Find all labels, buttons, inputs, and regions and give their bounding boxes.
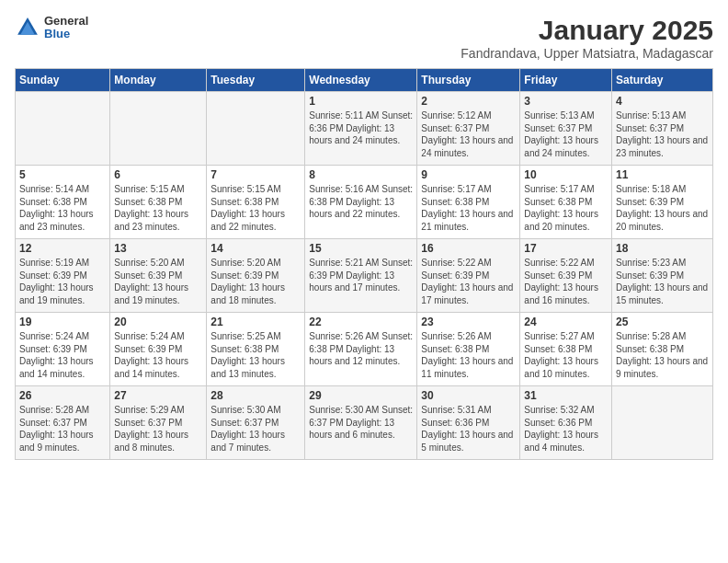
day-info: Sunrise: 5:18 AM Sunset: 6:39 PM Dayligh… (616, 183, 709, 233)
day-number: 30 (421, 389, 516, 402)
calendar-cell: 20Sunrise: 5:24 AM Sunset: 6:39 PM Dayli… (110, 313, 207, 386)
calendar-cell: 14Sunrise: 5:20 AM Sunset: 6:39 PM Dayli… (207, 239, 305, 313)
calendar-cell: 29Sunrise: 5:30 AM Sunset: 6:37 PM Dayli… (305, 386, 417, 460)
day-number: 23 (421, 316, 516, 328)
day-info: Sunrise: 5:26 AM Sunset: 6:38 PM Dayligh… (421, 330, 516, 380)
day-info: Sunrise: 5:27 AM Sunset: 6:38 PM Dayligh… (524, 330, 608, 380)
calendar-cell: 23Sunrise: 5:26 AM Sunset: 6:38 PM Dayli… (417, 313, 520, 386)
calendar-cell: 27Sunrise: 5:29 AM Sunset: 6:37 PM Dayli… (110, 386, 207, 460)
day-of-week-header: Saturday (612, 69, 713, 92)
calendar-cell: 26Sunrise: 5:28 AM Sunset: 6:37 PM Dayli… (16, 386, 110, 460)
day-info: Sunrise: 5:17 AM Sunset: 6:38 PM Dayligh… (524, 183, 608, 233)
calendar-week-row: 19Sunrise: 5:24 AM Sunset: 6:39 PM Dayli… (16, 313, 713, 386)
day-info: Sunrise: 5:24 AM Sunset: 6:39 PM Dayligh… (114, 330, 202, 380)
day-number: 27 (114, 389, 202, 402)
calendar-subtitle: Fandrandava, Upper Matsiatra, Madagascar (461, 46, 713, 61)
day-info: Sunrise: 5:28 AM Sunset: 6:37 PM Dayligh… (19, 404, 106, 454)
day-info: Sunrise: 5:11 AM Sunset: 6:36 PM Dayligh… (309, 109, 413, 147)
calendar-cell: 6Sunrise: 5:15 AM Sunset: 6:38 PM Daylig… (110, 166, 207, 239)
day-info: Sunrise: 5:26 AM Sunset: 6:38 PM Dayligh… (309, 330, 413, 368)
calendar-week-row: 12Sunrise: 5:19 AM Sunset: 6:39 PM Dayli… (16, 239, 713, 313)
calendar-cell: 16Sunrise: 5:22 AM Sunset: 6:39 PM Dayli… (417, 239, 520, 313)
day-info: Sunrise: 5:23 AM Sunset: 6:39 PM Dayligh… (616, 257, 709, 306)
day-number: 21 (210, 316, 301, 328)
calendar-week-row: 5Sunrise: 5:14 AM Sunset: 6:38 PM Daylig… (16, 166, 713, 239)
day-info: Sunrise: 5:21 AM Sunset: 6:39 PM Dayligh… (309, 257, 413, 294)
calendar-cell: 30Sunrise: 5:31 AM Sunset: 6:36 PM Dayli… (417, 386, 520, 460)
day-info: Sunrise: 5:12 AM Sunset: 6:37 PM Dayligh… (421, 109, 516, 159)
calendar-cell: 7Sunrise: 5:15 AM Sunset: 6:38 PM Daylig… (207, 166, 305, 239)
logo-text: General Blue (44, 15, 88, 41)
calendar-cell: 18Sunrise: 5:23 AM Sunset: 6:39 PM Dayli… (612, 239, 713, 313)
calendar-cell: 15Sunrise: 5:21 AM Sunset: 6:39 PM Dayli… (305, 239, 417, 313)
day-number: 2 (421, 95, 516, 108)
day-info: Sunrise: 5:14 AM Sunset: 6:38 PM Dayligh… (19, 183, 106, 233)
calendar-cell: 9Sunrise: 5:17 AM Sunset: 6:38 PM Daylig… (417, 166, 520, 239)
day-of-week-header: Monday (110, 69, 207, 92)
day-number: 11 (616, 168, 709, 181)
day-of-week-header: Friday (520, 69, 612, 92)
day-number: 14 (210, 242, 301, 255)
day-number: 13 (114, 242, 202, 255)
calendar-cell: 28Sunrise: 5:30 AM Sunset: 6:37 PM Dayli… (207, 386, 305, 460)
day-number: 18 (616, 242, 709, 255)
day-info: Sunrise: 5:28 AM Sunset: 6:38 PM Dayligh… (616, 330, 709, 380)
calendar-title: January 2025 (461, 15, 713, 46)
calendar-cell: 17Sunrise: 5:22 AM Sunset: 6:39 PM Dayli… (520, 239, 612, 313)
day-info: Sunrise: 5:20 AM Sunset: 6:39 PM Dayligh… (114, 257, 202, 306)
day-info: Sunrise: 5:13 AM Sunset: 6:37 PM Dayligh… (524, 109, 608, 159)
day-info: Sunrise: 5:22 AM Sunset: 6:39 PM Dayligh… (524, 257, 608, 306)
page-header: General Blue January 2025 Fandrandava, U… (15, 15, 713, 61)
day-number: 16 (421, 242, 516, 255)
calendar-cell: 4Sunrise: 5:13 AM Sunset: 6:37 PM Daylig… (612, 92, 713, 166)
logo: General Blue (15, 15, 88, 41)
day-of-week-header: Sunday (16, 69, 110, 92)
calendar-cell: 3Sunrise: 5:13 AM Sunset: 6:37 PM Daylig… (520, 92, 612, 166)
calendar-cell: 5Sunrise: 5:14 AM Sunset: 6:38 PM Daylig… (16, 166, 110, 239)
day-info: Sunrise: 5:22 AM Sunset: 6:39 PM Dayligh… (421, 257, 516, 306)
day-number: 29 (309, 389, 413, 402)
calendar-cell (612, 386, 713, 460)
calendar-cell: 13Sunrise: 5:20 AM Sunset: 6:39 PM Dayli… (110, 239, 207, 313)
day-number: 15 (309, 242, 413, 255)
day-number: 1 (309, 95, 413, 108)
calendar-cell (16, 92, 110, 166)
day-info: Sunrise: 5:25 AM Sunset: 6:38 PM Dayligh… (210, 330, 301, 380)
logo-general: General (44, 15, 88, 28)
calendar-cell: 10Sunrise: 5:17 AM Sunset: 6:38 PM Dayli… (520, 166, 612, 239)
day-number: 12 (19, 242, 106, 255)
calendar-week-row: 26Sunrise: 5:28 AM Sunset: 6:37 PM Dayli… (16, 386, 713, 460)
calendar-table: SundayMondayTuesdayWednesdayThursdayFrid… (15, 68, 713, 460)
day-number: 3 (524, 95, 608, 108)
day-number: 4 (616, 95, 709, 108)
day-number: 25 (616, 316, 709, 328)
calendar-cell: 11Sunrise: 5:18 AM Sunset: 6:39 PM Dayli… (612, 166, 713, 239)
day-number: 22 (309, 316, 413, 328)
day-number: 24 (524, 316, 608, 328)
day-info: Sunrise: 5:13 AM Sunset: 6:37 PM Dayligh… (616, 109, 709, 159)
calendar-cell: 2Sunrise: 5:12 AM Sunset: 6:37 PM Daylig… (417, 92, 520, 166)
title-block: January 2025 Fandrandava, Upper Matsiatr… (461, 15, 713, 61)
day-number: 28 (210, 389, 301, 402)
day-number: 10 (524, 168, 608, 181)
calendar-cell: 12Sunrise: 5:19 AM Sunset: 6:39 PM Dayli… (16, 239, 110, 313)
calendar-week-row: 1Sunrise: 5:11 AM Sunset: 6:36 PM Daylig… (16, 92, 713, 166)
calendar-cell: 31Sunrise: 5:32 AM Sunset: 6:36 PM Dayli… (520, 386, 612, 460)
day-of-week-header: Tuesday (207, 69, 305, 92)
day-number: 5 (19, 168, 106, 181)
day-of-week-header: Thursday (417, 69, 520, 92)
day-info: Sunrise: 5:32 AM Sunset: 6:36 PM Dayligh… (524, 404, 608, 454)
day-info: Sunrise: 5:30 AM Sunset: 6:37 PM Dayligh… (309, 404, 413, 442)
day-info: Sunrise: 5:24 AM Sunset: 6:39 PM Dayligh… (19, 330, 106, 380)
day-of-week-header: Wednesday (305, 69, 417, 92)
calendar-cell: 22Sunrise: 5:26 AM Sunset: 6:38 PM Dayli… (305, 313, 417, 386)
calendar-cell (207, 92, 305, 166)
day-info: Sunrise: 5:20 AM Sunset: 6:39 PM Dayligh… (210, 257, 301, 306)
day-info: Sunrise: 5:15 AM Sunset: 6:38 PM Dayligh… (210, 183, 301, 233)
calendar-cell: 1Sunrise: 5:11 AM Sunset: 6:36 PM Daylig… (305, 92, 417, 166)
day-number: 7 (210, 168, 301, 181)
day-info: Sunrise: 5:16 AM Sunset: 6:38 PM Dayligh… (309, 183, 413, 221)
calendar-cell: 8Sunrise: 5:16 AM Sunset: 6:38 PM Daylig… (305, 166, 417, 239)
calendar-cell: 21Sunrise: 5:25 AM Sunset: 6:38 PM Dayli… (207, 313, 305, 386)
calendar-cell: 24Sunrise: 5:27 AM Sunset: 6:38 PM Dayli… (520, 313, 612, 386)
